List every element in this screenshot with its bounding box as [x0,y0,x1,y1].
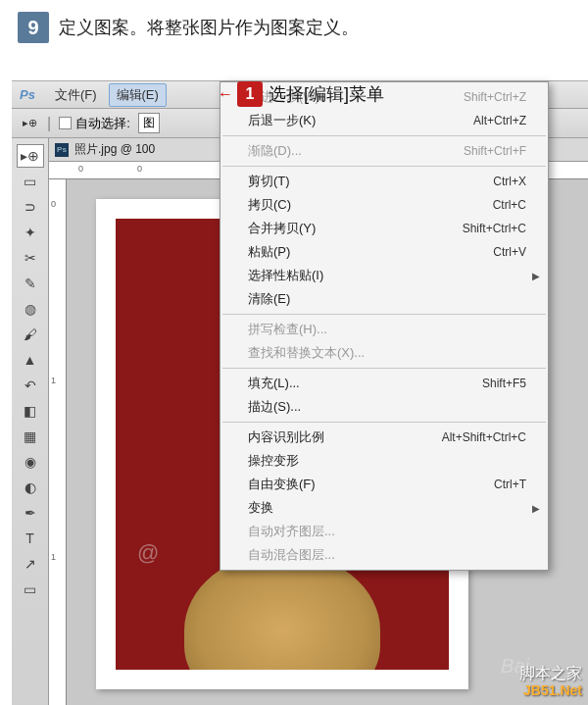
menu-item[interactable]: 清除(E) [220,287,548,311]
menu-item: 查找和替换文本(X)... [220,341,548,365]
eyedropper-tool[interactable]: ✎ [17,272,44,295]
eraser-tool[interactable]: ◧ [17,399,44,423]
menu-item: 拼写检查(H)... [220,318,548,341]
arrow-left-icon: ← [218,85,233,103]
shape-tool[interactable]: ▭ [17,578,44,601]
menu-item: 自动混合图层... [220,543,548,567]
menu-item[interactable]: 内容识别比例Alt+Shift+Ctrl+C [220,426,548,449]
crop-tool[interactable]: ✂ [17,246,44,270]
callout: ← 1 选择[编辑]菜单 [218,81,384,107]
ps-logo: Ps [20,87,35,102]
dodge-tool[interactable]: ◐ [17,476,44,499]
healing-tool[interactable]: ◍ [17,297,44,321]
gradient-tool[interactable]: ▦ [17,425,44,448]
brush-tool[interactable]: 🖌 [17,323,44,346]
menu-item[interactable]: 变换▶ [220,496,548,520]
menu-item[interactable]: 合并拷贝(Y)Shift+Ctrl+C [220,217,548,240]
toolbox: ▸⊕ ▭ ⊃ ✦ ✂ ✎ ◍ 🖌 ▲ ↶ ◧ ▦ ◉ ◐ ✒ T ↗ ▭ [12,138,49,705]
group-dropdown[interactable]: 图 [138,113,160,133]
stamp-tool[interactable]: ▲ [17,348,44,372]
menu-item[interactable]: 拷贝(C)Ctrl+C [220,193,548,217]
chevron-right-icon: ▶ [532,503,540,514]
wand-tool[interactable]: ✦ [17,221,44,244]
pen-tool[interactable]: ✒ [17,501,44,525]
step-number-badge: 9 [18,12,49,43]
menu-item[interactable]: 描边(S)... [220,395,548,419]
step-header: 9 定义图案。将整张图片作为图案定义。 [0,0,588,55]
auto-select-checkbox[interactable]: 自动选择: [59,115,130,132]
callout-badge: 1 [237,81,263,107]
menu-item[interactable]: 操控变形 [220,449,548,473]
menu-item[interactable]: 剪切(T)Ctrl+X [220,170,548,193]
site-watermark: 脚本之家 JB51.Net [519,664,582,699]
menu-file[interactable]: 文件(F) [47,83,105,107]
chevron-right-icon: ▶ [532,271,540,281]
menu-item[interactable]: 自由变换(F)Ctrl+T [220,473,548,496]
ps-file-icon: Ps [55,143,69,157]
edit-menu-dropdown: 前进一步(W)Shift+Ctrl+Z后退一步(K)Alt+Ctrl+Z渐隐(D… [220,81,549,571]
menu-item[interactable]: 填充(L)...Shift+F5 [220,372,548,395]
ruler-vertical: 0 1 1 [49,179,67,705]
photoshop-window: Ps 文件(F) 编辑(E) ← 1 选择[编辑]菜单 ▸⊕ | 自动选择: 图… [12,80,588,705]
move-tool[interactable]: ▸⊕ [17,144,44,168]
blur-tool[interactable]: ◉ [17,450,44,474]
menu-item: 渐隐(D)...Shift+Ctrl+F [220,139,548,163]
menu-edit[interactable]: 编辑(E) [109,83,167,107]
type-tool[interactable]: T [17,527,44,550]
path-tool[interactable]: ↗ [17,552,44,576]
lasso-tool[interactable]: ⊃ [17,195,44,219]
menu-item[interactable]: 后退一步(K)Alt+Ctrl+Z [220,109,548,132]
menu-item[interactable]: 粘贴(P)Ctrl+V [220,240,548,264]
step-text: 定义图案。将整张图片作为图案定义。 [59,16,359,39]
menu-item: 自动对齐图层... [220,520,548,543]
document-title: 照片.jpg @ 100 [74,141,155,158]
menu-item[interactable]: 选择性粘贴(I)▶ [220,264,548,287]
checkbox-icon[interactable] [59,117,72,129]
marquee-tool[interactable]: ▭ [17,170,44,193]
history-brush-tool[interactable]: ↶ [17,374,44,397]
callout-text: 选择[编辑]菜单 [269,82,384,106]
move-tool-icon[interactable]: ▸⊕ [20,114,39,133]
